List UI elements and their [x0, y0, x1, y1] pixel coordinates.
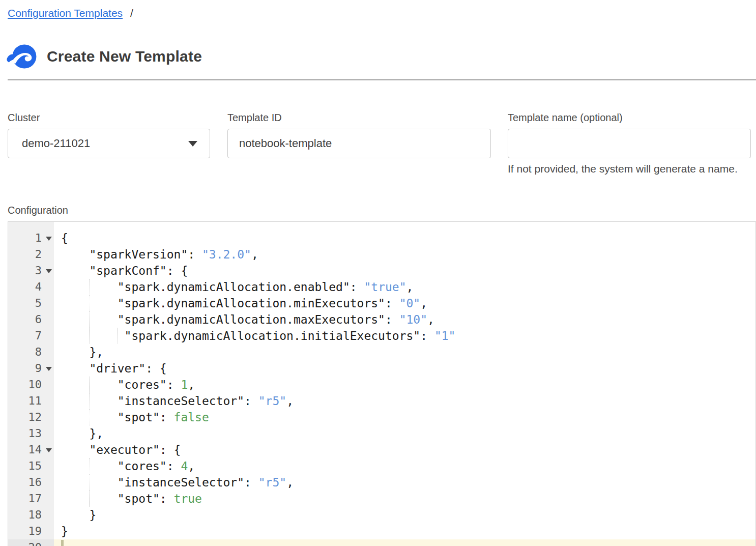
editor-line-number: 13	[8, 425, 54, 442]
breadcrumb: Configuration Templates /	[8, 7, 133, 19]
template-id-field: Template ID	[227, 112, 491, 175]
editor-line-16[interactable]: 16 "instanceSelector": "r5",	[8, 474, 755, 491]
breadcrumb-link-configuration-templates[interactable]: Configuration Templates	[8, 7, 123, 19]
line-number-text: 13	[28, 425, 42, 442]
line-number-text: 9	[35, 360, 42, 377]
editor-code-line[interactable]: "spot": false	[54, 409, 755, 425]
editor-line-2[interactable]: 2 "sparkVersion": "3.2.0",	[8, 246, 755, 263]
line-number-text: 1	[35, 230, 42, 246]
editor-line-4[interactable]: 4 "spark.dynamicAllocation.enabled": "tr…	[8, 279, 755, 295]
json-plain-token: ,	[251, 248, 258, 261]
editor-line-8[interactable]: 8 },	[8, 344, 755, 360]
json-string-token: "10"	[399, 313, 427, 326]
editor-line-number: 9	[8, 360, 54, 377]
json-literal-token: 1	[181, 378, 188, 391]
editor-code-line[interactable]	[54, 539, 755, 546]
editor-line-number: 2	[8, 246, 54, 263]
create-template-page: Configuration Templates / Create New Tem…	[0, 0, 756, 546]
json-string-token: "true"	[364, 280, 406, 294]
fold-arrow-icon[interactable]	[46, 237, 52, 241]
json-plain-token: "sparkConf": {	[61, 264, 188, 277]
line-number-text: 6	[35, 311, 42, 328]
editor-line-11[interactable]: 11 "instanceSelector": "r5",	[8, 393, 755, 409]
editor-line-18[interactable]: 18 }	[8, 507, 755, 523]
editor-line-number: 6	[8, 311, 54, 328]
breadcrumb-separator: /	[130, 7, 133, 19]
json-plain-token: "spark.dynamicAllocation.minExecutors":	[61, 297, 399, 310]
editor-code-line[interactable]: "sparkVersion": "3.2.0",	[54, 246, 755, 263]
fold-arrow-icon[interactable]	[46, 367, 52, 371]
json-plain-token: "instanceSelector":	[61, 476, 258, 489]
editor-code-line[interactable]: "spark.dynamicAllocation.maxExecutors": …	[54, 311, 755, 328]
text-cursor	[61, 540, 64, 546]
json-plain-token: "instanceSelector":	[61, 394, 258, 408]
line-number-text: 17	[28, 491, 42, 507]
json-plain-token: }	[61, 508, 96, 522]
editor-code-line[interactable]: "sparkConf": {	[54, 263, 755, 279]
editor-line-19[interactable]: 19}	[8, 523, 755, 539]
editor-code-line[interactable]: "cores": 4,	[54, 458, 755, 474]
cluster-select-value: demo-211021	[22, 137, 90, 150]
line-number-text: 2	[35, 246, 42, 263]
editor-code-line[interactable]: "instanceSelector": "r5",	[54, 393, 755, 409]
fold-arrow-icon[interactable]	[46, 448, 52, 452]
editor-line-17[interactable]: 17 "spot": true	[8, 491, 755, 507]
editor-line-number: 18	[8, 507, 54, 523]
line-number-text: 12	[28, 409, 42, 425]
editor-line-number: 15	[8, 458, 54, 474]
json-literal-token: 4	[181, 459, 188, 473]
editor-line-10[interactable]: 10 "cores": 1,	[8, 377, 755, 393]
cluster-field: Cluster demo-211021	[8, 112, 210, 175]
editor-code-line[interactable]: "spark.dynamicAllocation.minExecutors": …	[54, 295, 755, 311]
editor-line-7[interactable]: 7 "spark.dynamicAllocation.initialExecut…	[8, 328, 755, 344]
editor-gutter	[8, 222, 54, 230]
editor-code-line[interactable]: {	[54, 230, 755, 246]
cluster-select[interactable]: demo-211021	[8, 129, 210, 158]
json-string-token: "r5"	[258, 394, 286, 408]
editor-code-line[interactable]: "driver": {	[54, 360, 755, 377]
editor-line-15[interactable]: 15 "cores": 4,	[8, 458, 755, 474]
editor-line-9[interactable]: 9 "driver": {	[8, 360, 755, 377]
editor-code-line[interactable]: "spark.dynamicAllocation.enabled": "true…	[54, 279, 755, 295]
editor-line-14[interactable]: 14 "executor": {	[8, 442, 755, 458]
json-plain-token: ,	[406, 280, 414, 294]
editor-code-line[interactable]: },	[54, 344, 755, 360]
editor-code-line[interactable]: "spark.dynamicAllocation.initialExecutor…	[54, 328, 755, 344]
configuration-code-editor[interactable]: 1{2 "sparkVersion": "3.2.0",3 "sparkConf…	[8, 221, 756, 546]
editor-line-number: 20	[8, 539, 54, 546]
editor-line-3[interactable]: 3 "sparkConf": {	[8, 263, 755, 279]
template-name-helper: If not provided, the system will generat…	[508, 163, 751, 175]
json-plain-token: },	[61, 346, 103, 359]
template-id-input[interactable]	[227, 129, 491, 158]
template-form: Cluster demo-211021 Template ID Template…	[8, 112, 751, 175]
line-number-text: 15	[28, 458, 42, 474]
editor-line-20[interactable]: 20	[8, 539, 755, 546]
editor-code-line[interactable]: }	[54, 523, 755, 539]
json-plain-token: "spark.dynamicAllocation.enabled":	[61, 280, 364, 294]
json-plain-token: ,	[286, 476, 294, 489]
json-string-token: "3.2.0"	[202, 248, 251, 261]
editor-code-line[interactable]: },	[54, 425, 755, 442]
editor-line-number: 11	[8, 393, 54, 409]
fold-arrow-icon[interactable]	[46, 269, 52, 273]
editor-code-line[interactable]: "instanceSelector": "r5",	[54, 474, 755, 491]
editor-code-line[interactable]: }	[54, 507, 755, 523]
editor-line-12[interactable]: 12 "spot": false	[8, 409, 755, 425]
configuration-label: Configuration	[8, 205, 68, 216]
json-plain-token: "spark.dynamicAllocation.initialExecutor…	[61, 329, 434, 342]
line-number-text: 5	[35, 295, 42, 311]
editor-line-13[interactable]: 13 },	[8, 425, 755, 442]
line-number-text: 10	[28, 377, 42, 393]
template-name-input[interactable]	[508, 129, 751, 158]
editor-line-5[interactable]: 5 "spark.dynamicAllocation.minExecutors"…	[8, 295, 755, 311]
header-divider	[8, 79, 756, 80]
editor-line-6[interactable]: 6 "spark.dynamicAllocation.maxExecutors"…	[8, 311, 755, 328]
editor-code-line[interactable]: "cores": 1,	[54, 377, 755, 393]
json-plain-token: "spark.dynamicAllocation.maxExecutors":	[61, 313, 399, 326]
json-string-token: "1"	[434, 329, 456, 342]
editor-code-line[interactable]: "spot": true	[54, 491, 755, 507]
json-plain-token: ,	[427, 313, 434, 326]
editor-code-line[interactable]: "executor": {	[54, 442, 755, 458]
json-literal-token: false	[174, 411, 209, 424]
editor-line-1[interactable]: 1{	[8, 230, 755, 246]
